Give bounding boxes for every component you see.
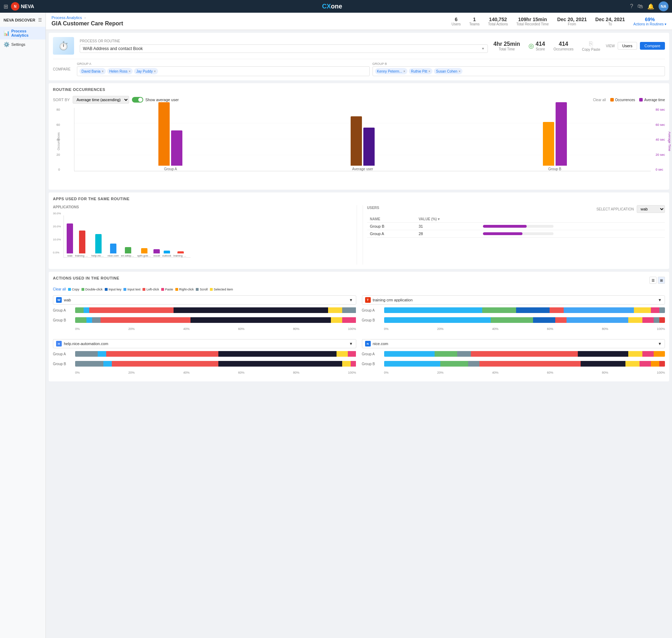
bar-group-b-avg-time — [556, 102, 567, 166]
seg — [331, 317, 342, 323]
actions-header-right: ☰ ⊞ — [649, 277, 665, 284]
clear-all-btn[interactable]: Clear all — [593, 98, 606, 102]
sidebar-item-process-analytics[interactable]: 📊 Process Analytics — [0, 27, 46, 39]
col-bar — [480, 216, 665, 223]
seg — [92, 317, 101, 323]
seg — [384, 307, 483, 313]
sort-select[interactable]: Average time (ascending) — [73, 96, 129, 104]
stat-recorded-time-label: Total Recorded Time — [516, 22, 549, 26]
training-group-a-bar — [384, 307, 665, 313]
help-group-a-label: Group A — [53, 352, 72, 356]
seg — [659, 361, 665, 367]
stat-total-actions-label: Total Actions — [488, 22, 508, 26]
seg — [581, 361, 625, 367]
dropdown-chevron-help: ▼ — [349, 342, 353, 346]
col-name: NAME — [367, 216, 416, 223]
seg — [112, 361, 219, 367]
stat-to-date: Dec 24, 2021 To — [595, 17, 625, 26]
stat-from-date: Dec 20, 2021 From — [557, 17, 587, 26]
seg — [640, 361, 651, 367]
app-dropdown-training[interactable]: T training crm application ▼ — [362, 295, 665, 305]
process-illustration: ⏱️ — [53, 37, 74, 55]
nav-right: ? 🛍 🔔 NA — [630, 1, 668, 11]
seg — [659, 307, 665, 313]
app-dropdown-nice[interactable]: N nice.com ▼ — [362, 339, 665, 348]
bar-chart-area: Group A Average user — [74, 108, 651, 171]
y-axis-left-title: Occurrences — [57, 132, 60, 150]
stat-total-actions: 140,752 Total Actions — [488, 17, 508, 26]
seg — [471, 351, 578, 357]
routine-occurrences-title: ROUTINE OCCURRENCES — [53, 87, 665, 92]
seg — [533, 317, 556, 323]
remove-helen-ross[interactable]: × — [128, 69, 131, 73]
main-content: Process Analytics › GIA Customer Care Re… — [46, 13, 672, 638]
app-block-nice: N nice.com ▼ Group A — [362, 339, 665, 377]
mini-y-axis: 30.0% 20.0% 10.0% 0.0% — [53, 212, 61, 254]
nice-stacked-chart: Group A — [362, 351, 665, 374]
stat-actions-in-routines-label[interactable]: Actions in Routines ▾ — [634, 22, 666, 26]
seg — [98, 351, 106, 357]
remove-jay-puddy[interactable]: × — [154, 69, 156, 73]
seg — [634, 307, 651, 313]
breadcrumb[interactable]: Process Analytics › — [52, 16, 123, 20]
seg — [491, 317, 533, 323]
view-section: VIEW Users Compare — [606, 42, 665, 50]
bar-group-a: Group A — [158, 102, 182, 171]
stat-total-actions-value: 140,752 — [488, 17, 508, 22]
bar-chart-container: 80 60 40 20 0 Occurrences — [53, 108, 665, 185]
seg — [342, 317, 356, 323]
view-btn-compare[interactable]: Compare — [640, 42, 665, 50]
remove-kenny[interactable]: × — [403, 69, 405, 73]
remove-susan[interactable]: × — [459, 69, 461, 73]
training-x-axis: 0% 20% 40% 60% 80% 100% — [362, 327, 665, 331]
legend-scroll: Scroll — [196, 288, 208, 291]
stat-teams-value: 1 — [469, 17, 479, 22]
mini-bar-training: training crm... — [75, 231, 89, 257]
show-average-toggle[interactable] — [132, 97, 143, 103]
training-stacked-chart: Group A — [362, 307, 665, 331]
sidebar-item-settings[interactable]: ⚙️ Settings — [0, 39, 46, 49]
app-block-help: H help.nice-automation.com ▼ Group A — [53, 339, 356, 377]
users-table-header: USERS SELECT APPLICATION wab — [367, 205, 665, 213]
main-layout: NEVA DISCOVER ☰ 📊 Process Analytics ⚙️ S… — [0, 13, 672, 638]
bell-icon[interactable]: 🔔 — [647, 3, 654, 10]
app-select-dropdown[interactable]: wab — [637, 205, 665, 213]
wab-group-a-row: Group A — [53, 307, 356, 313]
seg — [564, 307, 634, 313]
user-avatar[interactable]: NA — [659, 1, 668, 11]
dropdown-chevron-training: ▼ — [658, 298, 662, 302]
metric-occurrences-value: 414 — [553, 41, 574, 47]
process-header: ⏱️ PROCESS OR ROUTINE WAB Address and co… — [53, 37, 665, 55]
actions-section: ACTIONS USED IN THE ROUTINE ☰ ⊞ Clear al… — [49, 272, 669, 381]
bar-avg-user-avg-time — [363, 128, 375, 166]
app-grid-icon[interactable]: ⊞ — [4, 3, 8, 10]
remove-ruthie[interactable]: × — [428, 69, 430, 73]
help-icon[interactable]: ? — [630, 3, 633, 10]
metric-occurrences-label: Occurrences — [553, 47, 574, 51]
app-dropdown-help[interactable]: H help.nice-automation.com ▼ — [53, 339, 356, 348]
seg — [89, 307, 174, 313]
legend-right-click: Right-click — [175, 288, 194, 291]
app-dropdown-wab[interactable]: W wab ▼ — [53, 295, 356, 305]
apps-section-content: APPLICATIONS 30.0% 20.0% 10.0% 0.0% — [53, 205, 665, 265]
sidebar-title: NEVA DISCOVER — [4, 18, 35, 22]
view-btn-users[interactable]: Users — [618, 42, 637, 50]
cell-value-group-a: 28 — [416, 230, 480, 238]
seg — [659, 317, 665, 323]
seg — [75, 307, 84, 313]
sidebar-toggle-icon[interactable]: ☰ — [38, 18, 42, 23]
grid-view-btn[interactable]: ⊞ — [658, 277, 665, 284]
process-dropdown[interactable]: WAB Address and contact Book ▼ — [80, 44, 488, 53]
neva-logo: N NEVA — [11, 2, 34, 11]
seg — [86, 317, 92, 323]
metric-total-time-label: Total Time — [494, 47, 520, 51]
metric-occurrences: 414 Occurrences — [553, 41, 574, 51]
app-icon-help: H — [56, 341, 62, 346]
remove-david-bania[interactable]: × — [102, 69, 104, 73]
clear-all-actions-btn[interactable]: Clear all — [53, 287, 66, 291]
list-view-btn[interactable]: ☰ — [649, 277, 656, 284]
table-row-group-a: Group A 28 — [367, 230, 665, 238]
wab-group-b-label: Group B — [53, 318, 72, 322]
shop-icon[interactable]: 🛍 — [637, 3, 643, 10]
score-icon: ◎ — [528, 42, 534, 50]
